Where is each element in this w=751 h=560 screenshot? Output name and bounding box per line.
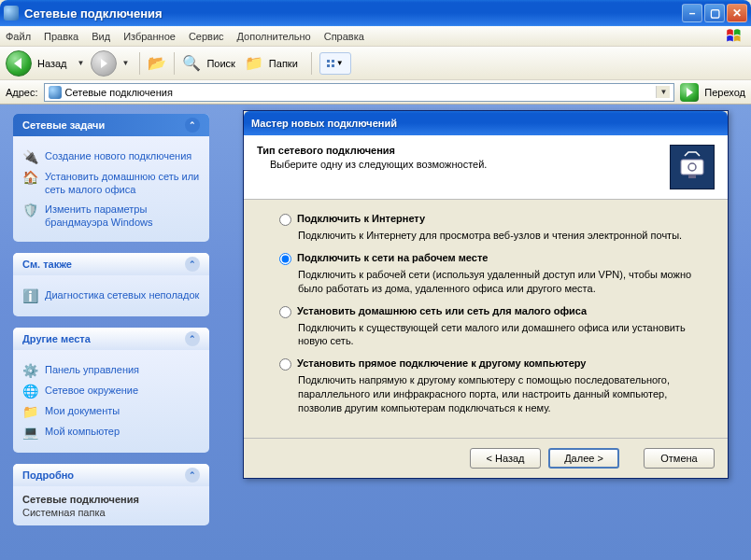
- option-home-network: Установить домашнюю сеть или сеть для ма…: [279, 305, 692, 349]
- globe-icon: 🌐: [22, 384, 37, 399]
- option-radio-label[interactable]: Подключить к Интернету: [279, 213, 692, 226]
- window-titlebar: Сетевые подключения – ▢ ✕: [0, 0, 751, 26]
- back-label[interactable]: Назад: [37, 58, 67, 69]
- panel-details: Подробно ⌃ Сетевые подключения Системная…: [13, 464, 209, 525]
- wizard-dialog: Мастер новых подключений Тип сетевого по…: [243, 110, 729, 479]
- panel-title: См. также: [22, 259, 72, 270]
- task-label: Диагностика сетевых неполадок: [45, 288, 199, 301]
- folder-icon: 📁: [22, 404, 37, 419]
- computer-icon: 💻: [22, 425, 37, 440]
- wizard-titlebar[interactable]: Мастер новых подключений: [244, 111, 728, 135]
- address-dropdown[interactable]: ▼: [656, 86, 670, 98]
- go-label[interactable]: Переход: [704, 87, 745, 98]
- task-label: Изменить параметры брандмауэра Windows: [45, 203, 200, 230]
- wizard-title: Мастер новых подключений: [251, 118, 397, 129]
- go-button[interactable]: [680, 83, 699, 102]
- windows-flag-icon: [725, 28, 745, 45]
- wizard-header-title: Тип сетевого подключения: [257, 145, 670, 156]
- menu-view[interactable]: Вид: [92, 31, 110, 42]
- svg-rect-0: [681, 160, 703, 175]
- cancel-button[interactable]: Отмена: [644, 448, 715, 469]
- panel-see-also: См. также ⌃ ℹ️Диагностика сетевых непола…: [13, 253, 209, 316]
- search-label[interactable]: Поиск: [206, 58, 234, 69]
- radio-internet[interactable]: [279, 214, 291, 226]
- toolbar: Назад ▼ ▼ 📂 🔍 Поиск 📁 Папки ▼: [0, 47, 751, 80]
- home-icon: 🏠: [22, 170, 37, 185]
- wizard-header-subtitle: Выберите одну из следующих возможностей.: [257, 159, 670, 170]
- menu-advanced[interactable]: Дополнительно: [237, 31, 311, 42]
- panel-header[interactable]: См. также ⌃: [13, 253, 209, 275]
- panel-header[interactable]: Другие места ⌃: [13, 328, 209, 350]
- option-workplace: Подключить к сети на рабочем месте Подкл…: [279, 252, 692, 296]
- panel-network-tasks: Сетевые задачи ⌃ 🔌Создание нового подклю…: [13, 114, 209, 242]
- collapse-icon: ⌃: [185, 331, 200, 346]
- option-radio-label[interactable]: Установить домашнюю сеть или сеть для ма…: [279, 305, 692, 318]
- window-title: Сетевые подключения: [24, 7, 680, 21]
- back-button[interactable]: [6, 50, 32, 77]
- option-direct: Установить прямое подключение к другому …: [279, 357, 692, 415]
- task-firewall[interactable]: 🛡️Изменить параметры брандмауэра Windows: [22, 203, 200, 230]
- place-computer[interactable]: 💻Мой компьютер: [22, 425, 200, 440]
- toolbar-sep: [174, 52, 175, 75]
- option-description: Подключить к рабочей сети (используя уда…: [298, 268, 692, 296]
- gear-icon: ⚙️: [22, 363, 37, 378]
- back-dropdown[interactable]: ▼: [78, 59, 85, 67]
- panel-header[interactable]: Подробно ⌃: [13, 464, 209, 486]
- address-input[interactable]: Сетевые подключения ▼: [44, 83, 675, 102]
- panel-title: Подробно: [22, 469, 74, 481]
- panel-body: ⚙️Панель управления 🌐Сетевое окружение 📁…: [13, 350, 209, 453]
- task-home-network[interactable]: 🏠Установить домашнюю сеть или сеть малог…: [22, 170, 200, 197]
- place-control-panel[interactable]: ⚙️Панель управления: [22, 363, 200, 378]
- option-radio-label[interactable]: Подключить к сети на рабочем месте: [279, 252, 692, 265]
- next-button[interactable]: Далее >: [548, 448, 619, 469]
- panel-body: ℹ️Диагностика сетевых неполадок: [13, 275, 209, 316]
- address-icon: [49, 86, 62, 99]
- task-label: Создание нового подключения: [45, 149, 191, 162]
- search-icon[interactable]: 🔍: [182, 54, 201, 73]
- detail-type: Системная папка: [22, 507, 200, 518]
- menu-bar: Файл Правка Вид Избранное Сервис Дополни…: [0, 26, 751, 47]
- option-radio-label[interactable]: Установить прямое подключение к другому …: [279, 357, 692, 371]
- detail-name: Сетевые подключения: [22, 494, 200, 505]
- radio-workplace[interactable]: [279, 253, 291, 265]
- collapse-icon: ⌃: [185, 257, 200, 272]
- menu-file[interactable]: Файл: [6, 31, 31, 42]
- task-label: Сетевое окружение: [45, 384, 138, 397]
- folders-icon[interactable]: 📁: [245, 54, 263, 73]
- menu-edit[interactable]: Правка: [44, 31, 78, 42]
- wizard-buttons: < Назад Далее > Отмена: [244, 438, 728, 478]
- wizard-content: Подключить к Интернету Подключить к Инте…: [244, 200, 728, 438]
- menu-tools[interactable]: Сервис: [189, 31, 224, 42]
- place-documents[interactable]: 📁Мои документы: [22, 404, 200, 419]
- wizard-header: Тип сетевого подключения Выберите одну и…: [244, 135, 728, 200]
- panel-title: Другие места: [22, 333, 91, 344]
- task-new-connection[interactable]: 🔌Создание нового подключения: [22, 149, 200, 164]
- place-network[interactable]: 🌐Сетевое окружение: [22, 384, 200, 399]
- close-button[interactable]: ✕: [727, 4, 747, 22]
- wizard-header-icon: [670, 145, 715, 189]
- panel-body: 🔌Создание нового подключения 🏠Установить…: [13, 136, 209, 242]
- task-diagnostics[interactable]: ℹ️Диагностика сетевых неполадок: [22, 288, 200, 303]
- radio-direct[interactable]: [279, 358, 291, 371]
- up-icon[interactable]: 📂: [148, 54, 166, 73]
- address-bar: Адрес: Сетевые подключения ▼ Переход: [0, 80, 751, 105]
- maximize-button[interactable]: ▢: [704, 4, 725, 22]
- collapse-icon: ⌃: [185, 468, 200, 483]
- menu-favorites[interactable]: Избранное: [123, 31, 176, 42]
- option-description: Подключить к существующей сети малого ил…: [298, 321, 692, 349]
- task-label: Панель управления: [45, 363, 139, 376]
- menu-help[interactable]: Справка: [324, 31, 364, 42]
- option-label: Установить домашнюю сеть или сеть для ма…: [297, 305, 587, 316]
- panel-header[interactable]: Сетевые задачи ⌃: [13, 114, 209, 136]
- panel-title: Сетевые задачи: [22, 119, 105, 131]
- task-label: Установить домашнюю сеть или сеть малого…: [45, 170, 200, 197]
- option-internet: Подключить к Интернету Подключить к Инте…: [279, 213, 692, 243]
- back-button[interactable]: < Назад: [470, 448, 541, 469]
- radio-home-network[interactable]: [279, 306, 291, 318]
- forward-dropdown[interactable]: ▼: [121, 59, 129, 67]
- task-label: Мой компьютер: [45, 425, 120, 438]
- address-value: Сетевые подключения: [65, 87, 173, 98]
- minimize-button[interactable]: –: [682, 4, 702, 22]
- folders-label[interactable]: Папки: [269, 58, 298, 69]
- view-button[interactable]: ▼: [319, 52, 351, 75]
